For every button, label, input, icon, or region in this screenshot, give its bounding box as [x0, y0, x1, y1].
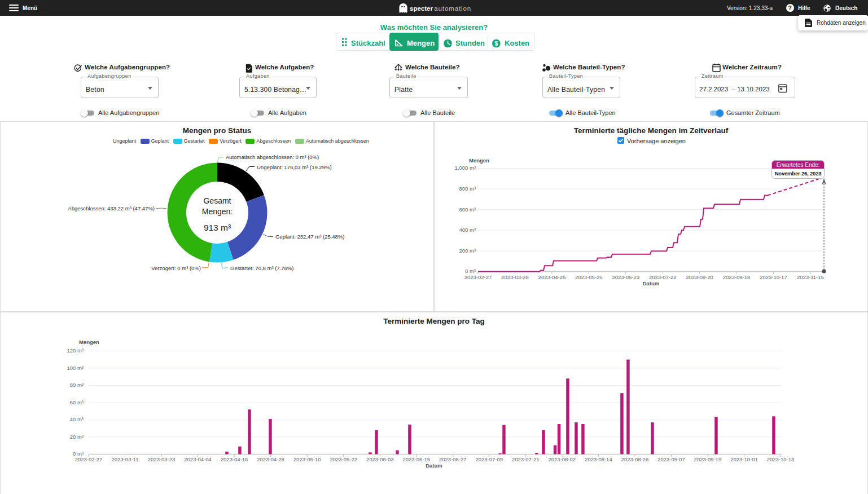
svg-text:2023-06-23: 2023-06-23: [612, 274, 639, 280]
svg-text:2023-04-26: 2023-04-26: [538, 274, 566, 280]
svg-text:Gesamt: Gesamt: [203, 196, 231, 205]
svg-text:Abgeschlossen: 433,22 m³ (47.4: Abgeschlossen: 433,22 m³ (47.47%): [68, 205, 155, 211]
svg-text:2023-09-18: 2023-09-18: [723, 274, 751, 280]
svg-text:Datum: Datum: [643, 280, 660, 286]
svg-text:20 m³: 20 m³: [70, 434, 84, 440]
svg-text:2023-08-02: 2023-08-02: [548, 456, 576, 462]
svg-text:200 m³: 200 m³: [459, 248, 476, 254]
svg-text:2023-05-10: 2023-05-10: [293, 456, 321, 462]
svg-text:2023-10-01: 2023-10-01: [730, 456, 758, 462]
svg-text:2023-06-27: 2023-06-27: [439, 456, 467, 462]
svg-text:Verzögert: 0 m³ (0%): Verzögert: 0 m³ (0%): [151, 265, 201, 271]
svg-text:0 m³: 0 m³: [73, 451, 84, 457]
svg-text:80 m³: 80 m³: [70, 382, 84, 388]
svg-text:2023-06-15: 2023-06-15: [402, 456, 430, 462]
svg-text:600 m³: 600 m³: [459, 206, 476, 213]
svg-text:2023-03-23: 2023-03-23: [148, 456, 176, 462]
svg-text:Mengen:: Mengen:: [202, 207, 233, 216]
svg-text:Geplant: 232,47 m³ (25.48%): Geplant: 232,47 m³ (25.48%): [275, 233, 345, 240]
svg-text:120 m³: 120 m³: [67, 347, 84, 354]
svg-text:2023-03-28: 2023-03-28: [501, 274, 529, 280]
svg-text:2023-07-21: 2023-07-21: [512, 456, 540, 462]
svg-text:400 m³: 400 m³: [459, 227, 476, 233]
svg-text:40 m³: 40 m³: [70, 416, 84, 422]
svg-text:Gestartet: 70,8 m³ (7.76%): Gestartet: 70,8 m³ (7.76%): [230, 265, 293, 271]
svg-text:2023-07-09: 2023-07-09: [475, 456, 503, 462]
svg-text:2023-08-26: 2023-08-26: [621, 456, 649, 462]
svg-text:2023-04-16: 2023-04-16: [221, 456, 248, 462]
svg-text:2023-05-25: 2023-05-25: [575, 274, 603, 280]
svg-text:800 m³: 800 m³: [459, 186, 476, 192]
svg-text:2023-07-22: 2023-07-22: [649, 274, 677, 280]
svg-text:2023-02-27: 2023-02-27: [464, 274, 492, 280]
svg-text:0 m³: 0 m³: [465, 268, 476, 274]
svg-text:2023-09-07: 2023-09-07: [657, 456, 685, 462]
svg-text:Ungeplant: 176,03 m³ (19.29%): Ungeplant: 176,03 m³ (19.29%): [257, 164, 332, 170]
svg-text:2023-11-15: 2023-11-15: [797, 274, 824, 280]
svg-text:2023-08-14: 2023-08-14: [585, 456, 612, 462]
svg-text:2023-05-22: 2023-05-22: [330, 456, 357, 462]
svg-text:2023-08-20: 2023-08-20: [686, 274, 713, 280]
svg-text:2023-04-28: 2023-04-28: [257, 456, 284, 462]
svg-text:1.000 m³: 1.000 m³: [455, 165, 476, 171]
svg-text:2023-10-13: 2023-10-13: [767, 456, 795, 462]
svg-text:60 m³: 60 m³: [70, 399, 84, 405]
svg-text:2023-03-11: 2023-03-11: [112, 456, 139, 462]
svg-text:2023-10-17: 2023-10-17: [760, 274, 787, 280]
svg-text:Datum: Datum: [426, 462, 442, 469]
svg-text:Mengen: Mengen: [469, 157, 489, 164]
svg-text:Mengen: Mengen: [79, 339, 99, 345]
svg-text:2023-04-04: 2023-04-04: [184, 456, 212, 462]
svg-text:2023-09-19: 2023-09-19: [694, 456, 722, 462]
svg-text:100 m³: 100 m³: [67, 365, 84, 371]
svg-text:2023-06-03: 2023-06-03: [366, 456, 394, 462]
svg-text:913 m³: 913 m³: [204, 223, 231, 232]
svg-text:Automatisch abgeschlossen: 0 m: Automatisch abgeschlossen: 0 m³ (0%): [226, 154, 319, 160]
